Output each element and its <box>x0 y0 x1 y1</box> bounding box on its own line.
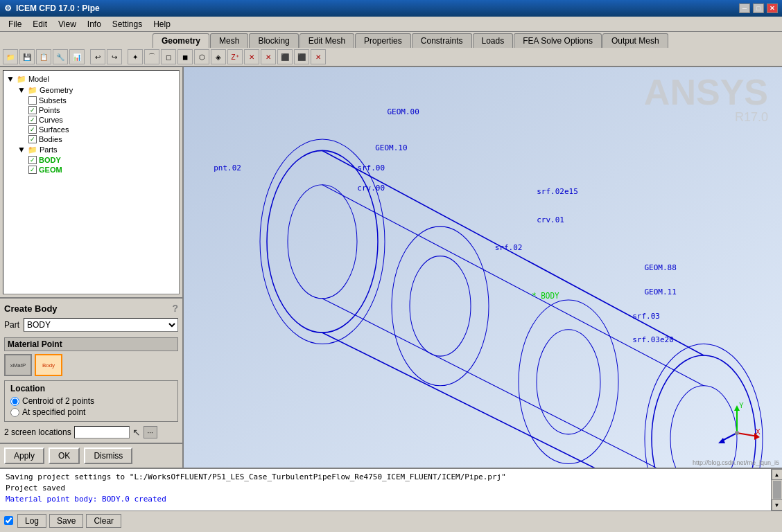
toolbar-geom2[interactable]: ⌒ <box>144 49 159 64</box>
tree-geometry-children: Subsets Points Curves Surfaces <box>17 96 176 144</box>
toolbar-icon5[interactable]: 📊 <box>69 49 85 64</box>
scroll-thumb[interactable] <box>773 481 781 499</box>
viewport[interactable]: * BODY GEOM.00 GEOM.10 srf.00 crv.00 pnt… <box>184 67 782 468</box>
toolbar-geom12[interactable]: ✕ <box>311 49 326 64</box>
minimize-button[interactable]: ─ <box>739 3 750 13</box>
surfaces-label: Surfaces <box>39 125 69 134</box>
tab-fea[interactable]: FEA Solve Options <box>514 33 602 48</box>
tree-geometry[interactable]: ▼ 📁 Geometry <box>17 85 176 96</box>
body-part-checkbox[interactable] <box>28 156 37 164</box>
tree-parts-children: BODY GEOM <box>17 155 176 175</box>
maximize-button[interactable]: □ <box>753 3 764 13</box>
toolbar-geom11[interactable]: ⬛ <box>294 49 309 64</box>
toolbar-save-icon[interactable]: 💾 <box>19 49 35 64</box>
tree-geom-part[interactable]: GEOM <box>28 165 176 175</box>
location-group: Location Centroid of 2 points At specifi… <box>4 380 178 422</box>
points-checkbox[interactable] <box>28 106 37 114</box>
menu-info[interactable]: Info <box>82 18 107 30</box>
console-toolbar: Log Save Clear <box>0 511 782 530</box>
menu-file[interactable]: File <box>3 18 27 30</box>
tree-subsets[interactable]: Subsets <box>28 96 176 105</box>
tree-bodies[interactable]: Bodies <box>28 134 176 144</box>
tab-loads[interactable]: Loads <box>473 33 514 48</box>
close-button[interactable]: ✕ <box>767 3 778 13</box>
toolbar-geom6[interactable]: ◈ <box>211 49 226 64</box>
label-geom11: GEOM.11 <box>645 287 677 296</box>
material-point-section: Material Point xMatP Body Location <box>4 337 178 438</box>
console-content[interactable]: Saving project settings to "L:/WorksOfFL… <box>0 469 771 511</box>
toolbar-geom8[interactable]: ✕ <box>244 49 259 64</box>
tree-body-part[interactable]: BODY <box>28 155 176 165</box>
tree-view[interactable]: ▼ 📁 Model ▼ 📁 Geometry Subsets <box>3 70 180 294</box>
toolbar-geom3[interactable]: ◻ <box>161 49 176 64</box>
dismiss-button[interactable]: Dismiss <box>84 447 132 464</box>
save-button[interactable]: Save <box>49 514 83 528</box>
help-icon[interactable]: ? <box>172 303 178 314</box>
scroll-up-arrow[interactable]: ▲ <box>772 469 783 480</box>
geometry-folder-icon: 📁 <box>28 86 37 95</box>
curves-checkbox[interactable] <box>28 116 37 124</box>
toolbar-icon3[interactable]: 📋 <box>36 49 51 64</box>
menu-settings[interactable]: Settings <box>107 18 148 30</box>
menu-view[interactable]: View <box>53 18 82 30</box>
body-icon-label: Body <box>42 362 55 369</box>
tree-curves[interactable]: Curves <box>28 115 176 125</box>
menu-edit[interactable]: Edit <box>27 18 53 30</box>
tab-properties[interactable]: Properties <box>355 33 411 48</box>
toolbar-geom1[interactable]: ✦ <box>128 49 143 64</box>
log-checkbox[interactable] <box>4 516 13 525</box>
console-row: Saving project settings to "L:/WorksOfFL… <box>0 469 782 511</box>
tab-mesh[interactable]: Mesh <box>210 33 248 48</box>
watermark: http://blog.csdn.net/me_jqun_i5 <box>693 459 779 466</box>
tab-edit-mesh[interactable]: Edit Mesh <box>299 33 354 48</box>
tree-points[interactable]: Points <box>28 105 176 115</box>
toolbar-geom10[interactable]: ⬛ <box>277 49 293 64</box>
console-scrollbar[interactable]: ▲ ▼ <box>771 469 782 511</box>
subsets-checkbox[interactable] <box>28 96 37 105</box>
bodies-checkbox[interactable] <box>28 135 37 143</box>
tab-constraints[interactable]: Constraints <box>412 33 472 48</box>
part-select[interactable]: BODY <box>24 318 178 332</box>
specified-radio[interactable] <box>10 408 19 417</box>
centroid-radio[interactable] <box>10 397 19 406</box>
ansys-logo: ANSYS R17.0 <box>644 74 768 125</box>
body-icon-btn[interactable]: Body <box>35 354 62 376</box>
surfaces-checkbox[interactable] <box>28 125 37 134</box>
log-button[interactable]: Log <box>17 514 46 528</box>
material-point-title: Material Point <box>4 337 178 351</box>
geom-part-label: GEOM <box>39 166 62 174</box>
toolbar-geom4[interactable]: ◼ <box>177 49 193 64</box>
toolbar-geom9[interactable]: ✕ <box>261 49 276 64</box>
screen-loc-input[interactable] <box>74 426 130 438</box>
specified-radio-row: At specified point <box>10 407 172 417</box>
tree-parts[interactable]: ▼ 📁 Parts <box>17 144 176 155</box>
tree-surfaces[interactable]: Surfaces <box>28 125 176 134</box>
toolbar-icon4[interactable]: 🔧 <box>53 49 68 64</box>
toolbar-redo-icon[interactable]: ↪ <box>107 49 122 64</box>
mat-point-icon-btn[interactable]: xMatP <box>4 354 32 376</box>
tab-geometry[interactable]: Geometry <box>153 33 209 48</box>
titlebar-left: ⚙ ICEM CFD 17.0 : Pipe <box>4 3 100 13</box>
label-srf03: srf.03 <box>632 312 660 321</box>
scroll-down-arrow[interactable]: ▼ <box>772 499 783 511</box>
apply-button[interactable]: Apply <box>4 447 44 464</box>
titlebar-controls: ─ □ ✕ <box>739 3 778 13</box>
toolbar-geom5[interactable]: ⬡ <box>194 49 209 64</box>
geom-part-checkbox[interactable] <box>28 166 37 174</box>
ok-button[interactable]: OK <box>49 447 80 464</box>
parts-folder-icon: 📁 <box>28 145 37 154</box>
dots-button[interactable]: ··· <box>144 426 157 438</box>
toolbar-open-icon[interactable]: 📁 <box>3 49 18 64</box>
tree-model[interactable]: ▼ 📁 Model <box>6 73 176 85</box>
menu-help[interactable]: Help <box>148 18 176 30</box>
console-line1: Saving project settings to "L:/WorksOfFL… <box>6 472 765 483</box>
toolbar-undo-icon[interactable]: ↩ <box>90 49 105 64</box>
tab-blocking[interactable]: Blocking <box>249 33 298 48</box>
points-label: Points <box>39 106 60 114</box>
label-pnt02: pnt.02 <box>214 163 241 172</box>
console-line3: Material point body: BODY.0 created <box>6 494 765 505</box>
part-row: Part BODY <box>4 318 178 332</box>
clear-button[interactable]: Clear <box>86 514 121 528</box>
toolbar-geom7[interactable]: Z⁺ <box>227 49 243 64</box>
tab-output-mesh[interactable]: Output Mesh <box>602 33 668 48</box>
